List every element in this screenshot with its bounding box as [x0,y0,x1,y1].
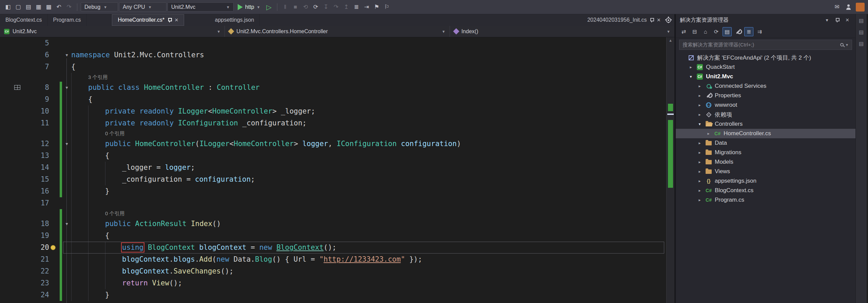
fold-chevron-icon[interactable]: ▾ [63,138,71,150]
scroll-up-icon[interactable]: ▲ [667,38,674,42]
tool-window-tab-icon[interactable]: ▤ [859,29,864,35]
editor-scrollbar[interactable]: ▲ [666,37,674,303]
platform-dropdown[interactable]: Any CPU▼ [119,2,166,12]
code-line[interactable]: 12▾public HomeController(ILogger<HomeCon… [0,138,666,150]
codelens-row[interactable]: 0 个引用 [0,129,666,138]
line-number[interactable]: 6 [0,49,49,61]
preview-tab[interactable]: 20240402031956_Init.cs × [582,17,663,23]
account-icon[interactable] [844,2,853,12]
type-breadcrumb-dropdown[interactable]: Unit2.Mvc.Controllers.HomeController ▼ [225,26,450,37]
code-line[interactable]: 21blogContext.blogs.Add(new Data.Blog() … [0,254,666,265]
codelens-references[interactable]: 0 个引用 [105,130,125,136]
codelens-references[interactable]: 3 个引用 [88,74,108,80]
code-line[interactable]: 14_logger = logger; [0,162,666,174]
bookmark-list-icon[interactable]: ⚐ [382,2,392,12]
tree-item-program.cs[interactable]: ▸C#Program.cs [676,195,855,205]
close-icon[interactable]: × [843,16,851,24]
line-number[interactable]: 18 [0,218,49,230]
tool-window-tab-icon[interactable]: ▤ [859,41,864,47]
code-line[interactable]: 13{ [0,150,666,162]
indent-icon[interactable]: ⇥ [362,2,371,12]
tree-item-blogcontext.cs[interactable]: ▸C#BlogContext.cs [676,186,855,195]
code-line[interactable]: 17 [0,197,666,209]
restart-icon[interactable]: ⟲ [301,2,310,12]
code-editor[interactable]: 56▾namespace Unit2.Mvc.Controllers7{3 个引… [0,37,666,303]
chevron-right-icon[interactable]: ▸ [697,141,703,145]
line-number[interactable]: 9 [0,94,49,105]
stop-icon[interactable]: ■ [291,2,300,12]
pin-icon[interactable] [650,18,654,22]
home-icon[interactable]: ⌂ [701,27,710,36]
code-line[interactable]: 24} [0,289,666,301]
quick-actions-icon[interactable] [51,245,56,250]
code-line[interactable]: 23return View(); [0,277,666,289]
user-avatar[interactable] [856,3,865,12]
chevron-right-icon[interactable]: ▸ [697,198,703,202]
window-position-icon[interactable]: ▾ [823,16,831,24]
show-all-files-icon[interactable]: ▤ [723,27,732,36]
send-feedback-icon[interactable]: ✉ [832,2,842,12]
window-switch-icon[interactable]: ◧ [3,2,13,12]
chevron-right-icon[interactable]: ▸ [697,84,703,88]
code-line[interactable]: 22blogContext.SaveChanges(); [0,265,666,277]
tree-item-models[interactable]: ▸Models [676,157,855,167]
line-number[interactable]: 7 [0,61,49,73]
tree-item-appsettings.json[interactable]: ▸{}appsettings.json [676,176,855,186]
line-number[interactable]: 20 [0,242,49,254]
code-line[interactable]: 5 [0,37,666,49]
tree-item--[interactable]: ▸依赖项 [676,110,855,119]
solution-explorer-titlebar[interactable]: 解决方案资源管理器 ▾ × [676,14,855,26]
tree-item-quackstart[interactable]: ▸C#QuackStart [676,62,855,72]
codelens-references[interactable]: 0 个引用 [105,210,125,216]
code-line[interactable]: 8▾public class HomeController : Controll… [0,82,666,94]
tab-document[interactable]: appsettings.json [210,14,260,26]
tree-item-controllers[interactable]: ▾Controllers [676,119,855,129]
line-number[interactable]: 12 [0,138,49,150]
line-number[interactable]: 16 [0,185,49,197]
code-line[interactable]: 20using BlogContext blogContext = new Bl… [0,242,666,254]
fold-chevron-icon[interactable]: ▾ [63,218,71,230]
code-line[interactable]: 7{ [0,61,666,73]
chevron-right-icon[interactable]: ▸ [697,103,703,107]
codelens-row[interactable]: 0 个引用 [0,209,666,218]
chevron-right-icon[interactable]: ▸ [697,112,703,117]
line-number[interactable]: 21 [0,254,49,265]
code-line[interactable]: 6▾namespace Unit2.Mvc.Controllers [0,49,666,61]
code-line[interactable]: 25 [0,301,666,303]
code-line[interactable]: 19{ [0,230,666,242]
chevron-down-icon[interactable]: ▾ [697,122,703,126]
step-out-icon[interactable]: ↥ [342,2,351,12]
pin-icon[interactable] [833,16,841,24]
tree-item-connected-services[interactable]: ▸Connected Services [676,81,855,91]
step-over-icon[interactable]: ↷ [332,2,341,12]
tree-item-migrations[interactable]: ▸Migrations [676,148,855,157]
close-icon[interactable]: × [175,17,178,23]
collapse-all-icon[interactable]: ⊟ [690,27,699,36]
search-input[interactable]: 搜索解决方案资源管理器(Ctrl+;) ▼ [679,40,852,50]
line-number[interactable]: 10 [0,105,49,117]
switch-view-icon[interactable]: ⇄ [679,27,688,36]
line-number[interactable]: 14 [0,162,49,174]
line-icon[interactable]: ≣ [352,2,361,12]
code-line[interactable]: 10private readonly ILogger<HomeControlle… [0,105,666,117]
close-icon[interactable]: × [657,17,660,23]
tab-active-document[interactable]: HomeController.cs*× [112,14,184,26]
undo-icon[interactable]: ↶ [54,2,63,12]
sync-active-icon[interactable]: ⇉ [755,27,764,36]
member-breadcrumb-dropdown[interactable]: Index() ▼ [450,26,674,37]
chevron-right-icon[interactable]: ▸ [697,150,703,155]
project-breadcrumb-dropdown[interactable]: C# Unit2.Mvc ▼ [0,26,225,37]
pause-icon[interactable]: ‖ [281,2,290,12]
step-into-icon[interactable]: ↧ [321,2,331,12]
startup-project-dropdown[interactable]: Unit2.Mvc▼ [167,2,234,12]
pin-icon[interactable] [167,18,172,22]
codelens-row[interactable]: 3 个引用 [0,73,666,82]
line-number[interactable]: 25 [0,301,49,303]
new-file-icon[interactable]: ▢ [14,2,23,12]
hot-reload-icon[interactable]: ⟳ [311,2,320,12]
code-line[interactable]: 11private readonly IConfiguration _confi… [0,117,666,129]
tab-document[interactable]: Program.cs [48,14,87,26]
code-line[interactable]: 9{ [0,94,666,105]
code-line[interactable]: 16} [0,185,666,197]
tree-item-data[interactable]: ▸Data [676,138,855,148]
